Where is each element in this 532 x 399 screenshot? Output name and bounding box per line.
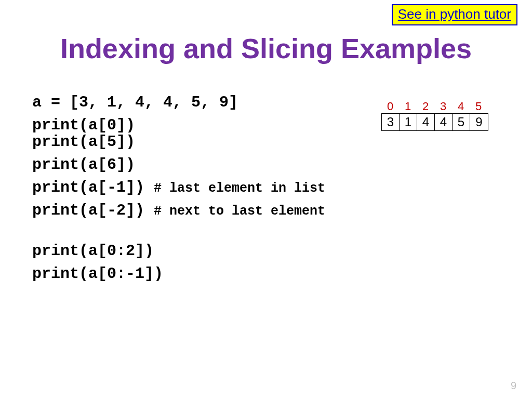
code-comment: # next to last element (154, 204, 325, 219)
index-label: 1 (399, 100, 417, 113)
code-line: print(a[-1]) # last element in list (32, 180, 325, 195)
index-label: 4 (452, 100, 470, 113)
value-cell: 9 (470, 114, 488, 130)
slide: See in python tutor Indexing and Slicing… (0, 0, 532, 399)
code-line: print(a[0:2]) (32, 243, 325, 259)
code-text: print(a[-2]) (32, 202, 154, 219)
index-label: 2 (417, 100, 434, 113)
page-number: 9 (511, 380, 516, 392)
code-comment: # last element in list (154, 181, 325, 196)
index-label: 0 (381, 100, 399, 113)
code-line: print(a[-2]) # next to last element (32, 203, 325, 218)
code-text: print(a[-1]) (32, 179, 154, 196)
value-cell: 1 (400, 114, 417, 130)
code-line: print(a[0]) (32, 117, 325, 133)
value-cell: 5 (453, 114, 470, 130)
index-label: 3 (434, 100, 452, 113)
value-row: 3 1 4 4 5 9 (381, 113, 488, 131)
value-cell: 4 (435, 114, 453, 130)
index-label: 5 (470, 100, 487, 113)
index-row: 0 1 2 3 4 5 (381, 100, 488, 113)
code-line: print(a[6]) (32, 157, 325, 172)
slide-title: Indexing and Slicing Examples (0, 32, 532, 64)
value-cell: 3 (382, 114, 400, 130)
code-block: a = [3, 1, 4, 4, 5, 9] print(a[0]) print… (32, 95, 325, 289)
code-line: print(a[5]) (32, 134, 325, 150)
array-diagram: 0 1 2 3 4 5 3 1 4 4 5 9 (381, 100, 488, 131)
python-tutor-link[interactable]: See in python tutor (392, 4, 517, 25)
code-line: print(a[0:-1]) (32, 266, 325, 282)
value-cell: 4 (417, 114, 435, 130)
code-line: a = [3, 1, 4, 4, 5, 9] (32, 95, 325, 110)
